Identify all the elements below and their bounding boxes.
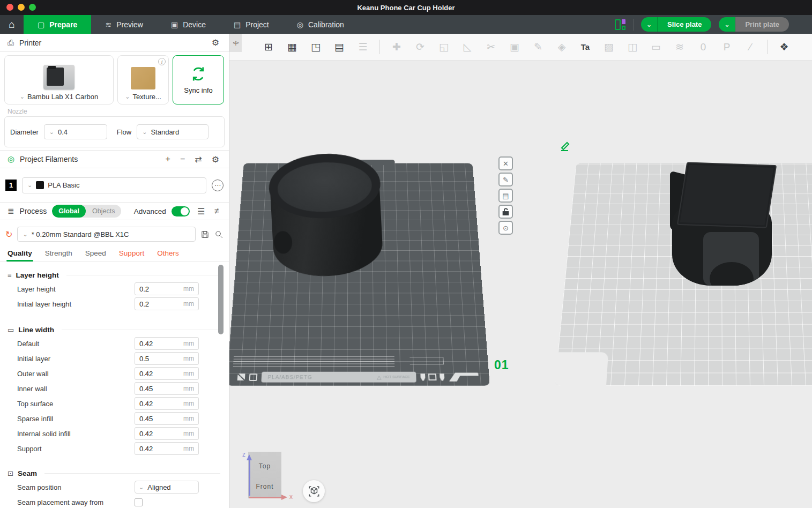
seam-position-select[interactable]: ⌄ Aligned — [135, 481, 199, 494]
gizmo-top-face[interactable]: Top — [248, 462, 281, 470]
collapse-panel-button[interactable]: <|> — [229, 34, 242, 52]
process-scope-segment[interactable]: Global Objects — [52, 205, 121, 218]
save-preset-icon[interactable] — [200, 230, 210, 239]
home-button[interactable]: ⌂ — [0, 15, 24, 34]
chevron-down-icon[interactable]: ⌄ — [125, 93, 130, 100]
slice-plate-button[interactable]: ⌄ Slice plate — [641, 17, 711, 32]
model-cup-holder[interactable] — [267, 151, 387, 288]
line-width-initial-layer-input[interactable]: mm — [135, 352, 199, 365]
lock-plate-icon[interactable] — [498, 205, 513, 219]
setting-row: Initial layer height mm — [0, 296, 229, 311]
remove-filament-icon[interactable]: − — [178, 154, 187, 164]
tab-project[interactable]: ▤ Project — [220, 15, 283, 34]
printer-image — [43, 65, 75, 89]
add-plate-icon[interactable]: ▦ — [283, 38, 301, 56]
filaments-section-header: ◎ Project Filaments + − ⇄ ⚙ — [0, 150, 229, 168]
process-preset-select[interactable]: ⌄ * 0.20mm Standard @BBL X1C — [17, 227, 196, 242]
settings-scrollbar[interactable] — [218, 265, 224, 334]
filament-more-icon[interactable]: ⋯ — [212, 180, 224, 191]
advanced-toggle[interactable] — [172, 206, 190, 216]
chevron-down-icon: ⌄ — [23, 231, 27, 238]
plate-type-card[interactable]: i ⌄ Texture... — [117, 55, 169, 104]
line-width-inner-wall-input[interactable]: mm — [135, 382, 199, 395]
initial-layer-height-input[interactable]: mm — [135, 297, 199, 310]
tab-support[interactable]: Support — [113, 246, 151, 262]
tab-others[interactable]: Others — [151, 246, 185, 262]
chevron-down-icon[interactable]: ⌄ — [20, 93, 25, 100]
line-width-top-surface-input[interactable]: mm — [135, 397, 199, 410]
tab-prepare[interactable]: ▢ Prepare — [24, 15, 91, 34]
calibration-icon: ◎ — [297, 20, 303, 29]
arrange-plate-icon[interactable]: ▤ — [498, 189, 513, 203]
plate-number-label[interactable]: 01 — [494, 358, 509, 372]
slice-options-chevron-icon[interactable]: ⌄ — [641, 17, 658, 32]
tab-preview[interactable]: ≋ Preview — [91, 15, 157, 34]
nozzle-diameter-select[interactable]: ⌄ 0.4 — [44, 124, 107, 139]
square-marker-icon — [428, 373, 436, 380]
filament-select[interactable]: ⌄ PLA Basic — [22, 177, 206, 193]
tab-speed[interactable]: Speed — [79, 246, 113, 262]
orient-plate-icon[interactable]: ✎ — [498, 173, 513, 186]
project-icon: ▤ — [234, 20, 241, 29]
diameter-label: Diameter — [10, 128, 39, 136]
reset-preset-icon[interactable]: ↻ — [5, 229, 12, 240]
orientation-gizmo[interactable]: Top Front — [248, 452, 281, 498]
nozzle-settings: Diameter ⌄ 0.4 Flow ⌄ Standard — [4, 116, 225, 147]
minimize-window-button[interactable] — [18, 4, 25, 11]
line-width-support-input[interactable]: mm — [135, 442, 199, 455]
assembly-icon[interactable]: ❖ — [775, 38, 793, 56]
arrange-icon[interactable]: ▤ — [330, 38, 348, 56]
hot-surface-text: HOT SURFACE — [383, 375, 410, 379]
printer-settings-gear-icon[interactable]: ⚙ — [210, 38, 221, 48]
plate-material-bar: PLA/ABS/PETG △ HOT SURFACE — [261, 372, 416, 383]
line-width-outer-wall-input[interactable]: mm — [135, 367, 199, 380]
tab-strength[interactable]: Strength — [39, 246, 79, 262]
model-phone-holder[interactable] — [669, 162, 781, 291]
plate-settings-icon[interactable]: ⊙ — [498, 221, 513, 235]
printer-model-card[interactable]: ⌄ Bambu Lab X1 Carbon — [4, 55, 114, 104]
tab-quality[interactable]: Quality — [1, 246, 39, 262]
info-icon[interactable]: i — [158, 58, 166, 65]
line-width-internal-solid-infill-input[interactable]: mm — [135, 427, 199, 440]
add-object-icon[interactable]: ⊞ — [259, 38, 278, 56]
plate-front-strip: PLA/ABS/PETG △ HOT SURFACE — [237, 371, 479, 384]
line-width-default-input[interactable]: mm — [135, 337, 199, 350]
fit-view-button[interactable] — [303, 480, 325, 502]
tab-device[interactable]: ▣ Device — [157, 15, 220, 34]
fit-cube-icon — [308, 485, 320, 497]
delete-plate-icon[interactable]: ✕ — [498, 156, 513, 170]
print-plate-button[interactable]: ⌄ Print plate — [719, 17, 789, 32]
auto-orient-icon[interactable]: ◳ — [307, 38, 325, 56]
tab-calibration[interactable]: ◎ Calibration — [283, 15, 358, 34]
chevron-down-icon: ⌄ — [142, 129, 147, 136]
close-window-button[interactable] — [6, 4, 13, 11]
setting-row: Default mm — [0, 336, 229, 351]
line-width-sparse-infill-input[interactable]: mm — [135, 412, 199, 425]
x-axis-arrow — [249, 497, 285, 498]
parameter-list-icon[interactable]: ☰ — [195, 206, 207, 216]
zoom-window-button[interactable] — [29, 4, 36, 11]
filament-settings-gear-icon[interactable]: ⚙ — [210, 154, 221, 165]
toolbar-separator — [767, 40, 768, 54]
segment-global[interactable]: Global — [52, 205, 86, 218]
compare-presets-icon[interactable]: ≠ — [212, 206, 221, 216]
variable-layer-height-icon: ≋ — [671, 38, 689, 56]
segment-objects[interactable]: Objects — [86, 205, 121, 218]
viewport-3d[interactable]: PLA/ABS/PETG △ HOT SURFACE — [229, 34, 812, 508]
text-icon[interactable]: Ta — [576, 38, 594, 56]
gizmo-front-face[interactable]: Front — [248, 483, 281, 490]
process-section-header: ≣ Process Global Objects Advanced ☰ ≠ — [0, 202, 229, 220]
add-filament-icon[interactable]: + — [163, 154, 173, 164]
seam-icon: ⊡ — [8, 469, 13, 477]
settings-scroll-area: ≡ Layer height Layer height mm Initial l… — [0, 262, 229, 508]
sync-info-button[interactable]: Sync info — [173, 55, 224, 104]
sync-ams-icon[interactable]: ⇄ — [192, 154, 204, 165]
search-icon[interactable] — [214, 230, 224, 239]
nozzle-flow-select[interactable]: ⌄ Standard — [137, 124, 208, 139]
side-panel: ⎙ Printer ⚙ ⌄ Bambu Lab X1 Carbon i ⌄ Te… — [0, 34, 229, 508]
print-options-chevron-icon[interactable]: ⌄ — [719, 17, 735, 32]
edit-plate-name-icon[interactable] — [559, 139, 572, 152]
layer-height-input[interactable]: mm — [135, 282, 199, 295]
seam-placement-checkbox[interactable] — [135, 498, 143, 506]
plate-layout-icon[interactable] — [615, 19, 625, 30]
